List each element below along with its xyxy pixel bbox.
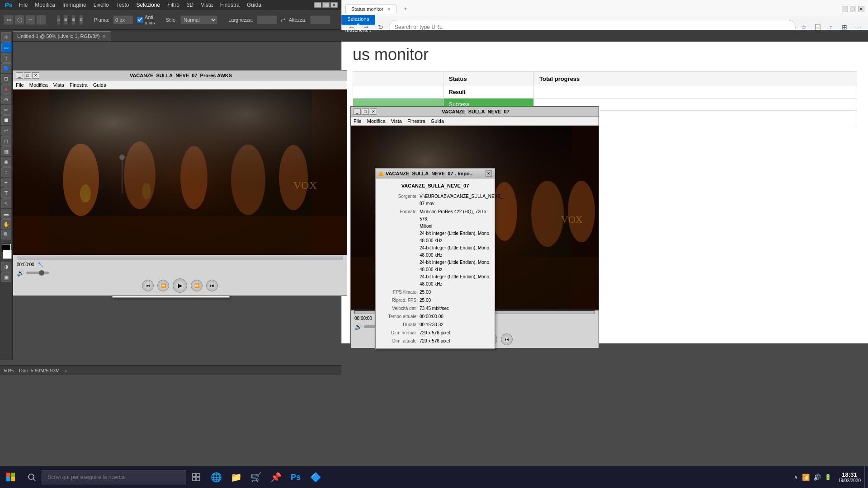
- stamp-tool[interactable]: 🔲: [1, 115, 11, 125]
- quick-select-tool[interactable]: 🔵: [1, 63, 11, 73]
- app2-taskbar-icon[interactable]: 🔷: [306, 467, 326, 487]
- vp2-close[interactable]: ✕: [370, 108, 377, 115]
- vp1-filter-icon[interactable]: 🔧: [37, 261, 44, 267]
- show-desktop-btn[interactable]: [864, 466, 868, 488]
- start-button[interactable]: [0, 466, 22, 488]
- ps-taskbar-icon[interactable]: Ps: [286, 467, 306, 487]
- clock[interactable]: 18:31 19/02/2020: [835, 471, 864, 483]
- vp2-menu-modifica[interactable]: Modifica: [367, 118, 386, 124]
- vp1-skip-forward-btn[interactable]: ⏭: [206, 280, 218, 291]
- browser-close-btn[interactable]: ✕: [858, 6, 864, 12]
- edge-taskbar-icon[interactable]: 🌐: [206, 467, 226, 487]
- store-taskbar-icon[interactable]: 🛒: [246, 467, 266, 487]
- blur-tool[interactable]: ◉: [1, 157, 11, 167]
- shape-tool[interactable]: ▬: [1, 209, 11, 219]
- vp2-menu-vista[interactable]: Vista: [391, 118, 402, 124]
- width-input[interactable]: [257, 15, 277, 24]
- lasso-tool[interactable]: ⌇: [1, 53, 11, 63]
- history-tool[interactable]: ↩: [1, 126, 11, 136]
- vp1-skip-back-btn[interactable]: ⏮: [142, 280, 154, 291]
- intersect-selection-icon[interactable]: ⊠: [79, 15, 83, 25]
- vp2-menu-file[interactable]: File: [354, 118, 362, 124]
- battery-icon[interactable]: 🔋: [823, 474, 833, 480]
- browser-tab-close[interactable]: ✕: [387, 7, 391, 11]
- menu-file[interactable]: File: [15, 0, 31, 10]
- background-color[interactable]: [3, 250, 12, 259]
- ellipse-select-tool[interactable]: ◯: [14, 15, 24, 25]
- screen-mode-tool[interactable]: ▣: [1, 272, 11, 282]
- row-select-tool[interactable]: ─: [25, 15, 35, 25]
- vp1-rewind-btn[interactable]: ⏪: [157, 280, 169, 291]
- vp1-menu-vista[interactable]: Vista: [53, 82, 64, 88]
- browser-max-btn[interactable]: □: [850, 6, 856, 12]
- style-select[interactable]: Normal Fixed Ratio Fixed Size: [180, 15, 217, 24]
- add-selection-icon[interactable]: ⊞: [64, 15, 68, 25]
- vp2-volume-icon[interactable]: 🔊: [354, 323, 362, 330]
- vp2-menu-finestra[interactable]: Finestra: [407, 118, 425, 124]
- vp1-maximize[interactable]: □: [24, 72, 31, 79]
- vp1-progress-bar[interactable]: [17, 257, 343, 260]
- vp1-volume-icon[interactable]: 🔊: [17, 269, 24, 277]
- browser-tab-active[interactable]: Status monitor ✕: [345, 4, 396, 14]
- text-tool[interactable]: T: [1, 188, 11, 198]
- hand-tool[interactable]: ✋: [1, 219, 11, 229]
- new-tab-btn[interactable]: +: [399, 4, 412, 14]
- vp1-play-btn[interactable]: ▶: [173, 278, 187, 293]
- vp1-volume-slider[interactable]: [26, 272, 49, 274]
- brush-tool[interactable]: ✏: [1, 105, 11, 115]
- col-select-tool[interactable]: │: [36, 15, 46, 25]
- zoom-tool[interactable]: 🔍: [1, 230, 11, 239]
- vp1-menu-finestra[interactable]: Finestra: [70, 82, 88, 88]
- menu-immagine[interactable]: Immagine: [59, 0, 90, 10]
- eyedropper-tool[interactable]: 🔺: [1, 84, 11, 94]
- quick-mask-tool[interactable]: ◑: [1, 262, 11, 272]
- swap-dimensions-icon[interactable]: ⇄: [281, 16, 285, 23]
- antialias-checkbox[interactable]: [137, 17, 143, 23]
- vp1-menu-modifica[interactable]: Modifica: [29, 82, 48, 88]
- height-input[interactable]: [310, 15, 330, 24]
- menu-finestra[interactable]: Finestra: [217, 0, 243, 10]
- path-select-tool[interactable]: ↖: [1, 198, 11, 208]
- taskbar-search-input[interactable]: [42, 470, 186, 484]
- ps-tab-close-icon[interactable]: ✕: [102, 34, 106, 39]
- search-taskbar-btn[interactable]: [22, 467, 42, 487]
- eraser-tool[interactable]: ◻: [1, 136, 11, 146]
- vp1-forward-btn[interactable]: ⏩: [191, 280, 203, 291]
- vp1-close[interactable]: ✕: [32, 72, 39, 79]
- new-selection-icon[interactable]: □: [57, 15, 60, 25]
- marquee-tool[interactable]: ▭: [1, 42, 11, 52]
- info-arrow[interactable]: ›: [65, 368, 67, 373]
- move-tool[interactable]: ✛: [1, 32, 11, 42]
- explorer-taskbar-icon[interactable]: 📁: [226, 467, 246, 487]
- feather-input[interactable]: [113, 15, 133, 24]
- menu-testo[interactable]: Testo: [113, 0, 133, 10]
- vp1-menu-guida[interactable]: Guida: [93, 82, 106, 88]
- task-view-btn[interactable]: [186, 467, 206, 487]
- volume-icon[interactable]: 🔊: [812, 474, 822, 481]
- info2-close-btn[interactable]: ✕: [486, 170, 492, 177]
- vp1-menu-file[interactable]: File: [16, 82, 24, 88]
- crop-tool[interactable]: ⊡: [1, 74, 11, 84]
- sub-selection-icon[interactable]: ⊟: [71, 15, 75, 25]
- vp2-skip-forward-btn[interactable]: ⏭: [501, 333, 513, 345]
- pin1-taskbar-icon[interactable]: 📌: [266, 467, 286, 487]
- network-icon[interactable]: 📶: [801, 474, 811, 481]
- healing-tool[interactable]: ⊛: [1, 94, 11, 104]
- vp2-menu-guida[interactable]: Guida: [431, 118, 444, 124]
- menu-3d[interactable]: 3D: [183, 0, 197, 10]
- minimize-btn[interactable]: _: [314, 2, 321, 8]
- browser-min-btn[interactable]: _: [842, 6, 848, 12]
- select-and-mask-btn[interactable]: Seleziona e maschera...: [341, 15, 375, 25]
- menu-modifica[interactable]: Modifica: [31, 0, 59, 10]
- dodge-tool[interactable]: ○: [1, 167, 11, 177]
- menu-filtro[interactable]: Filtro: [164, 0, 183, 10]
- menu-selezione[interactable]: Selezione: [132, 0, 164, 10]
- ps-file-tab-untitled1[interactable]: Untitled-1 @ 50% (Livello 1, RGB/8#) ✕: [13, 31, 111, 41]
- tray-expand-btn[interactable]: ∧: [792, 474, 800, 480]
- gradient-tool[interactable]: ▦: [1, 146, 11, 156]
- menu-vista[interactable]: Vista: [197, 0, 216, 10]
- close-btn[interactable]: ✕: [330, 2, 338, 8]
- vp2-maximize[interactable]: □: [362, 108, 369, 115]
- menu-guida[interactable]: Guida: [243, 0, 265, 10]
- vp2-minimize[interactable]: _: [354, 108, 361, 115]
